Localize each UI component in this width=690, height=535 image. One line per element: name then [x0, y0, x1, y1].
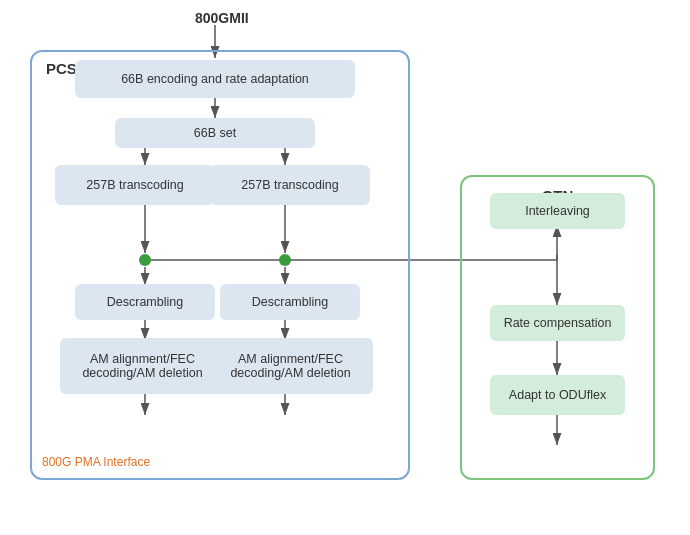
interleaving-block: Interleaving: [490, 193, 625, 229]
encoding-block: 66B encoding and rate adaptation: [75, 60, 355, 98]
dot-right: [279, 254, 291, 266]
label-800gmii: 800GMII: [195, 10, 249, 26]
rate-compensation-block: Rate compensation: [490, 305, 625, 341]
adapt-block: Adapt to ODUflex: [490, 375, 625, 415]
descrambling2-block: Descrambling: [220, 284, 360, 320]
transcoding2-block: 257B transcoding: [210, 165, 370, 205]
am1-block: AM alignment/FEC decoding/AM deletion: [60, 338, 225, 394]
dot-left: [139, 254, 151, 266]
transcoding1-block: 257B transcoding: [55, 165, 215, 205]
pcs-box: PCS: [30, 50, 410, 480]
pcs-label: PCS: [46, 60, 77, 77]
descrambling1-block: Descrambling: [75, 284, 215, 320]
diagram-container: 800GMII PCS OTN 66B encoding and rate ad…: [0, 0, 690, 535]
set66b-block: 66B set: [115, 118, 315, 148]
am2-block: AM alignment/FEC decoding/AM deletion: [208, 338, 373, 394]
pma-label: 800G PMA Interface: [42, 455, 150, 469]
